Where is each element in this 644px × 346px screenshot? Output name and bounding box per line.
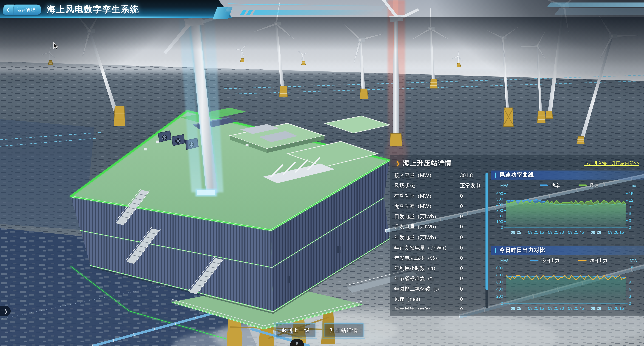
- back-chevron-icon[interactable]: ❮: [3, 4, 14, 15]
- detail-value: 0: [460, 253, 486, 263]
- x-axis-tick-label: 09:26:15: [608, 306, 624, 311]
- turbine-foundation: [457, 63, 461, 67]
- axis-unit-left: MW: [500, 258, 508, 263]
- x-axis-tick-label: 09:26: [591, 230, 601, 235]
- wind-power-chart: 60050040030020010001512963009:2509:25:15…: [491, 190, 644, 239]
- detail-value: 0: [460, 294, 486, 304]
- y-axis-tick-label: 12: [629, 273, 633, 277]
- side-expand-tab[interactable]: ❯: [0, 306, 11, 316]
- detail-row: 年利用小时数（h）0: [394, 263, 485, 274]
- x-axis-tick-label: 09:25:30: [548, 306, 564, 311]
- detail-value: 0: [460, 284, 486, 294]
- return-upper-level-button[interactable]: 返回上一级: [276, 323, 316, 337]
- legend-item[interactable]: 功率: [540, 182, 560, 188]
- chart-legend-row: MW 今日出力昨日出力 MW: [491, 256, 644, 266]
- app-window: ❮ 运营管理 海上风电数字孪生系统 ❯ ❯ 海上升压站详情 点击进入海上升压站内…: [0, 0, 644, 346]
- y-axis-tick-label: 300: [496, 208, 503, 213]
- panel-header: ❯ 海上升压站详情 点击进入海上升压站内部>>: [390, 157, 644, 169]
- expand-chevron-icon[interactable]: ❯: [4, 308, 8, 314]
- turbine-foundation: [302, 61, 306, 65]
- detail-row: 月发电量（万lWh）0: [394, 222, 485, 232]
- substation-detail-button[interactable]: 升压站详情: [324, 323, 364, 337]
- y-axis-tick-label: 0: [629, 225, 631, 230]
- turbine-foundation: [537, 111, 545, 123]
- enter-substation-link[interactable]: 点击进入海上升压站内部>>: [584, 160, 639, 166]
- chart-title: 风速功率曲线: [499, 172, 534, 179]
- y-axis-tick-label: 400: [496, 202, 503, 207]
- legend-item[interactable]: 昨日出力: [578, 257, 607, 264]
- y-axis-tick-label: 1,000: [493, 266, 503, 270]
- y-axis-tick-label: 3: [629, 218, 631, 223]
- turbine-foundation: [240, 58, 244, 62]
- mouse-cursor: [53, 42, 60, 50]
- chart-header-wind-power: 风速功率曲线: [491, 170, 644, 180]
- detail-value: 0: [460, 243, 486, 253]
- chevron-down-icon[interactable]: ∨: [295, 338, 299, 346]
- charts-column: 风速功率曲线 MW 功率风速 m/s 600500400300200100015…: [491, 170, 644, 316]
- detail-label: 接入容量（MW）: [394, 170, 460, 181]
- substation-detail-panel: ❯ 海上升压站详情 点击进入海上升压站内部>> 接入容量（MW）301.8风场状…: [390, 155, 644, 316]
- panel-title: 海上升压站详情: [403, 159, 452, 168]
- axis-unit-right: m/s: [630, 183, 638, 188]
- detail-value: 301.8: [460, 170, 486, 181]
- turbine-hub: [457, 56, 458, 57]
- detail-value: 0: [460, 232, 486, 243]
- y-axis-tick-label: 600: [496, 280, 503, 284]
- y-axis-tick-label: 800: [496, 273, 503, 277]
- legend-items: 功率风速: [508, 182, 630, 188]
- detail-label: 年减排二氧化碳（t）: [394, 284, 460, 294]
- turbine-foundation: [430, 79, 437, 88]
- detail-label: 日发电量（万lWh）: [394, 212, 460, 222]
- y-axis-tick-label: 9: [629, 205, 631, 209]
- legend-item[interactable]: 今日出力: [530, 257, 559, 264]
- y-axis-tick-label: 200: [496, 214, 503, 218]
- y-axis-tick-label: 0: [501, 225, 503, 230]
- detail-label: 年发电量（万lWh）: [394, 232, 460, 243]
- series-area: [506, 200, 626, 227]
- detail-label: 年利用小时数（h）: [394, 263, 460, 274]
- y-axis-tick-label: 100: [496, 219, 503, 224]
- x-axis-tick-label: 09:25:30: [548, 230, 564, 235]
- detail-row: 年发电完成率（%）0: [394, 253, 485, 263]
- detail-label: 风场状态: [394, 181, 460, 191]
- y-axis-tick-label: 0: [501, 301, 503, 306]
- scrollbar-thumb[interactable]: [486, 172, 488, 290]
- y-axis-tick-label: 0: [629, 301, 631, 306]
- detail-label: 最大风速（m/s）: [394, 304, 460, 310]
- detail-row: 年节省标准煤（t）0: [394, 274, 485, 284]
- series-area: [506, 276, 626, 303]
- legend-swatch: [530, 260, 538, 261]
- detail-row: 年计划发电量（万lWh）0: [394, 243, 485, 253]
- x-axis-tick-label: 09:25:45: [568, 230, 584, 235]
- y-axis-tick-label: 6: [629, 212, 631, 216]
- legend-item[interactable]: 风速: [579, 182, 599, 188]
- legend-label: 昨日出力: [590, 257, 608, 264]
- back-button-label[interactable]: 运营管理: [12, 4, 41, 15]
- x-axis-tick-label: 09:25:15: [528, 230, 544, 235]
- y-axis-tick-label: 3: [629, 294, 631, 298]
- detail-value: 正常发电: [460, 181, 486, 191]
- x-axis-tick-label: 09:25: [511, 306, 521, 311]
- legend-label: 功率: [551, 182, 560, 188]
- turbine-foundation: [360, 89, 368, 99]
- detail-label: 月发电量（万lWh）: [394, 222, 460, 232]
- chart-legend-row: MW 功率风速 m/s: [491, 180, 644, 190]
- x-axis-tick-label: 09:26: [591, 306, 601, 311]
- turbine-hub: [302, 54, 303, 55]
- detail-list: 接入容量（MW）301.8风场状态正常发电有功功率（MW）0无功功率（MW）0日…: [394, 170, 485, 309]
- y-axis-tick-label: 12: [629, 198, 633, 202]
- detail-scrollbar[interactable]: [486, 172, 488, 308]
- turbine-foundation: [279, 86, 288, 97]
- legend-items: 今日出力昨日出力: [508, 257, 630, 264]
- detail-row: 年减排二氧化碳（t）0: [394, 284, 485, 294]
- y-axis-tick-label: 200: [496, 294, 503, 298]
- detail-value: 0: [460, 274, 486, 284]
- detail-row: 年发电量（万lWh）0: [394, 232, 485, 243]
- detail-value: 0: [460, 304, 486, 310]
- detail-row: 风场状态正常发电: [394, 181, 485, 191]
- detail-value: 0: [460, 222, 486, 232]
- y-axis-tick-label: 600: [496, 191, 503, 196]
- legend-swatch: [578, 260, 586, 261]
- back-button[interactable]: ❮ 运营管理: [3, 4, 41, 15]
- x-axis-tick-label: 09:25:45: [568, 306, 584, 311]
